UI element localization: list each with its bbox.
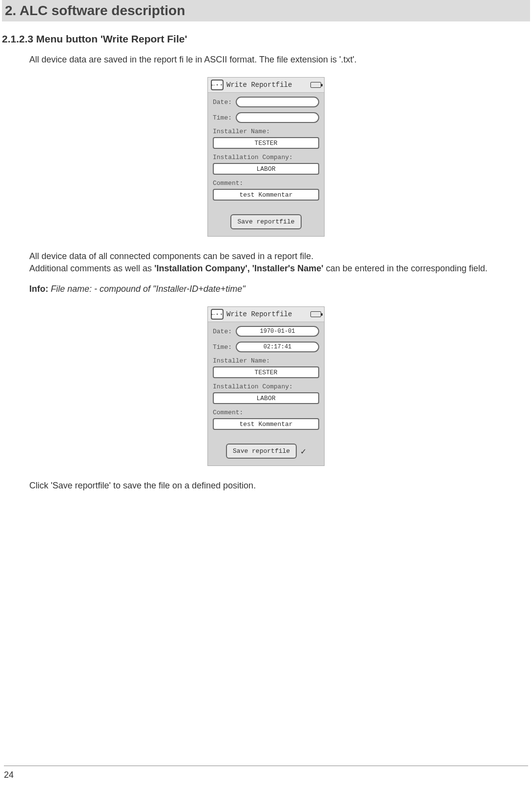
installation-company-label-2: Installation Company:: [213, 383, 319, 390]
comment-field[interactable]: test Kommentar: [213, 189, 319, 201]
comment-label-2: Comment:: [213, 409, 319, 416]
para2b-pre: Additional comments as well as: [29, 263, 154, 273]
time-label-2: Time:: [213, 344, 232, 351]
back-arrow-icon: ←··: [211, 81, 223, 89]
subsection-heading: 2.1.2.3 Menu button 'Write Report File': [2, 33, 532, 45]
device-titlebar: ←·· Write Reportfile: [208, 78, 324, 93]
paragraph-3: Click 'Save reportfile' to save the file…: [29, 480, 527, 491]
info-label: Info:: [29, 284, 48, 294]
info-text: File name: - compound of "Installer-ID+d…: [48, 284, 246, 294]
installer-name-label: Installer Name:: [213, 128, 319, 135]
paragraph-intro: All device data are saved in the report …: [29, 54, 527, 65]
battery-icon-2: [310, 311, 321, 317]
info-line: Info: File name: - compound of "Installe…: [29, 283, 527, 295]
date-label-2: Date:: [213, 328, 232, 335]
device-title: Write Reportfile: [226, 81, 307, 89]
back-button[interactable]: ←··: [211, 80, 224, 90]
installation-company-field-2[interactable]: LABOR: [213, 392, 319, 404]
device-screen-2: ←·· Write Reportfile Date: 1970-01-01 Ti…: [207, 306, 325, 466]
device-screen-1: ←·· Write Reportfile Date: Time: Install…: [207, 77, 325, 237]
installation-company-label: Installation Company:: [213, 154, 319, 161]
date-field-2[interactable]: 1970-01-01: [236, 326, 319, 337]
save-reportfile-button[interactable]: Save reportfile: [230, 214, 301, 229]
page-footer: 24: [4, 766, 528, 780]
date-label: Date:: [213, 99, 232, 106]
device-titlebar-2: ←·· Write Reportfile: [208, 307, 324, 322]
screenshot-1: ←·· Write Reportfile Date: Time: Install…: [0, 77, 532, 237]
time-field-2[interactable]: 02:17:41: [236, 342, 319, 352]
para2b-post: can be entered in the corresponding fiel…: [324, 263, 488, 273]
installer-name-field-2[interactable]: TESTER: [213, 366, 319, 378]
installation-company-field[interactable]: LABOR: [213, 163, 319, 175]
installer-name-field[interactable]: TESTER: [213, 137, 319, 149]
checkmark-icon: ✓: [301, 446, 306, 457]
save-reportfile-button-2[interactable]: Save reportfile: [226, 444, 297, 459]
para2b-bold: 'Installation Company', 'Installer's Nam…: [154, 263, 324, 273]
comment-label: Comment:: [213, 180, 319, 187]
paragraph-2b: Additional comments as well as 'Installa…: [29, 263, 527, 274]
time-field[interactable]: [236, 112, 319, 123]
back-arrow-icon-2: ←··: [211, 310, 223, 318]
section-header: 2. ALC software description: [2, 0, 530, 21]
back-button-2[interactable]: ←··: [211, 309, 224, 320]
screenshot-2: ←·· Write Reportfile Date: 1970-01-01 Ti…: [0, 306, 532, 466]
page-number: 24: [4, 770, 14, 780]
battery-icon: [310, 82, 321, 88]
comment-field-2[interactable]: test Kommentar: [213, 418, 319, 430]
date-field[interactable]: [236, 97, 319, 107]
installer-name-label-2: Installer Name:: [213, 357, 319, 364]
paragraph-2a: All device data of all connected compone…: [29, 250, 527, 262]
time-label: Time:: [213, 114, 232, 121]
device-title-2: Write Reportfile: [226, 310, 307, 318]
